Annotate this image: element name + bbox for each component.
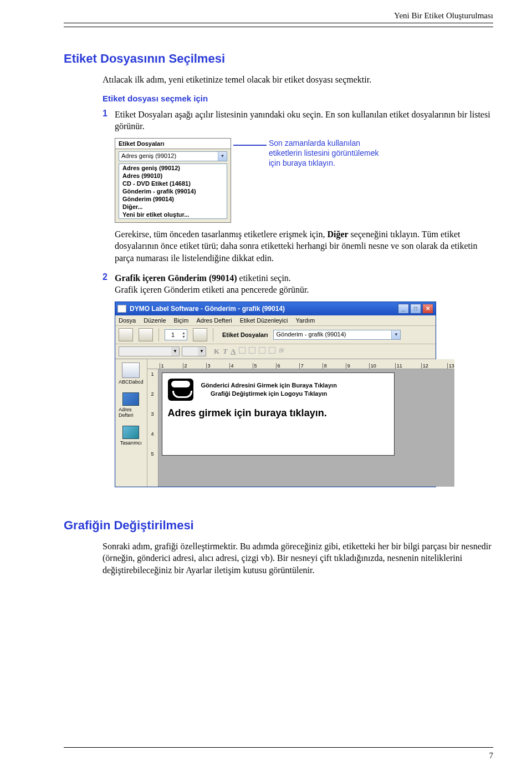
section1-intro: Atılacak ilk adım, yeni etiketinize teme… xyxy=(103,74,493,86)
list-item[interactable]: Yeni bir etiket oluştur... xyxy=(119,211,227,218)
dropdown-list[interactable]: Adres geniş (99012) Adres (99010) CD - D… xyxy=(119,164,227,219)
panel-item-label: ABCDabcd xyxy=(119,379,144,385)
font-size-select[interactable]: ▼ xyxy=(182,346,206,356)
font-family-select[interactable]: ▼ xyxy=(119,346,180,356)
sender-placeholder[interactable]: Gönderici Adresini Girmek için Buraya Tı… xyxy=(201,381,337,397)
addressbook-icon xyxy=(122,392,139,406)
designer-icon xyxy=(122,426,139,439)
window-titlebar: DYMO Label Software - Gönderim - grafik … xyxy=(115,302,436,315)
menu-help[interactable]: Yardım xyxy=(295,317,315,324)
header-rule-secondary xyxy=(64,27,493,27)
callout-leader-line xyxy=(233,145,267,146)
ruler-vertical: 12345 xyxy=(147,369,158,487)
section1-title: Etiket Dosyasının Seçilmesi xyxy=(64,52,493,66)
files-combobox[interactable]: Gönderim - grafik (99014) ▼ xyxy=(273,330,401,340)
menu-format[interactable]: Biçim xyxy=(174,317,189,324)
section1-p2: Gerekirse, tüm önceden tasarlanmış etike… xyxy=(115,228,493,264)
list-item[interactable]: Adres geniş (99012) xyxy=(119,164,227,172)
panel-item-label: Tasarımcı xyxy=(120,440,142,446)
chevron-down-icon[interactable]: ▼ xyxy=(391,330,400,339)
menu-labeleditor[interactable]: Etiket Düzenleyici xyxy=(240,317,288,324)
phone-icon[interactable] xyxy=(168,379,193,401)
page-footer: 7 xyxy=(64,747,493,760)
app-icon xyxy=(117,305,126,313)
section2-body: Sonraki adım, grafiği özelleştirmektir. … xyxy=(103,540,493,576)
dropdown-figure: Etiket Dosyaları Adres geniş (99012) ▼ A… xyxy=(115,138,493,223)
left-panel: ABCDabcd Adres Defteri Tasarımcı xyxy=(115,359,147,487)
underline-icon: A xyxy=(231,347,236,356)
new-file-icon[interactable] xyxy=(119,328,133,341)
files-combo-value: Gönderim - grafik (99014) xyxy=(274,330,391,339)
dropdown-combo-value: Adres geniş (99012) xyxy=(119,152,218,161)
step-1: 1 Etiket Dosyaları aşağı açılır listesin… xyxy=(103,109,493,132)
list-item[interactable]: Diğer... xyxy=(119,203,227,211)
list-item[interactable]: Gönderim (99014) xyxy=(119,195,227,203)
font-format-icon: fF xyxy=(279,347,284,356)
window-maximize-button[interactable]: □ xyxy=(410,304,421,314)
format-buttons-disabled: K T A fF xyxy=(214,347,284,356)
window-title: DYMO Label Software - Gönderim - grafik … xyxy=(130,305,285,313)
menu-file[interactable]: Dosya xyxy=(119,317,136,324)
align-left-icon xyxy=(239,347,245,354)
label-preview[interactable]: Gönderici Adresini Girmek için Buraya Tı… xyxy=(162,372,395,456)
label-canvas: 12345678910111213 12345 Gönderici Adresi… xyxy=(147,359,454,487)
menu-edit[interactable]: Düzenle xyxy=(144,317,166,324)
dropdown-title: Etiket Dosyaları xyxy=(115,139,231,149)
step-number: 2 xyxy=(103,272,115,296)
step-number: 1 xyxy=(103,109,115,132)
left-panel-designer[interactable]: Tasarımcı xyxy=(120,426,142,446)
menubar: Dosya Düzenle Biçim Adres Defteri Etiket… xyxy=(115,315,436,326)
menu-addressbook[interactable]: Adres Defteri xyxy=(196,317,232,324)
text-tool-icon xyxy=(122,363,140,378)
toolbar-separator xyxy=(213,328,213,341)
step-2: 2 Grafik içeren Gönderim (99014) etiketi… xyxy=(103,272,493,296)
work-area: ABCDabcd Adres Defteri Tasarımcı 1234567… xyxy=(115,359,436,487)
address-placeholder[interactable]: Adres girmek için buraya tıklayın. xyxy=(168,407,388,419)
callout-text: Son zamanlarda kullanılan etiketlerin li… xyxy=(269,138,380,169)
bold-icon: K xyxy=(214,347,219,356)
italic-icon: T xyxy=(223,347,227,356)
left-panel-address-book[interactable]: Adres Defteri xyxy=(119,392,144,418)
align-justify-icon xyxy=(269,347,275,354)
dropdown-panel: Etiket Dosyaları Adres geniş (99012) ▼ A… xyxy=(115,138,231,223)
dropdown-combobox[interactable]: Adres geniş (99012) ▼ xyxy=(119,151,227,161)
align-center-icon xyxy=(249,347,255,354)
align-right-icon xyxy=(259,347,265,354)
page-number: 7 xyxy=(489,751,494,760)
window-minimize-button[interactable]: _ xyxy=(398,304,409,314)
app-window: DYMO Label Software - Gönderim - grafik … xyxy=(115,302,436,487)
ruler-horizontal: 12345678910111213 xyxy=(147,359,454,369)
header-right-text: Yeni Bir Etiket Oluşturulması xyxy=(64,11,493,23)
files-field-label: Etiket Dosyaları xyxy=(222,331,268,338)
window-close-button[interactable]: ✕ xyxy=(422,304,433,314)
section2-title: Grafiğin Değiştirilmesi xyxy=(64,518,493,533)
panel-item-label: Adres Defteri xyxy=(119,407,144,418)
toolbar-main: ▲▼ Etiket Dosyaları Gönderim - grafik (9… xyxy=(115,326,436,344)
list-item[interactable]: Adres (99010) xyxy=(119,172,227,180)
print-labels-icon[interactable] xyxy=(193,328,207,341)
list-item[interactable]: CD - DVD Etiket (14681) xyxy=(119,180,227,187)
chevron-down-icon[interactable]: ▼ xyxy=(218,152,227,161)
copies-input[interactable] xyxy=(165,331,181,338)
section1-subhead: Etiket dosyası seçmek için xyxy=(103,94,493,103)
left-panel-text-tool[interactable]: ABCDabcd xyxy=(119,363,144,385)
print-icon[interactable] xyxy=(139,328,153,341)
step-text: Etiket Dosyaları aşağı açılır listesinin… xyxy=(115,109,493,132)
copies-stepper[interactable]: ▲▼ xyxy=(165,329,187,340)
step-text: Grafik içeren Gönderim (99014) etiketini… xyxy=(115,272,493,296)
toolbar-separator xyxy=(158,328,159,341)
toolbar-format: ▼ ▼ K T A fF xyxy=(115,344,436,359)
list-item[interactable]: Gönderim - grafik (99014) xyxy=(119,187,227,195)
